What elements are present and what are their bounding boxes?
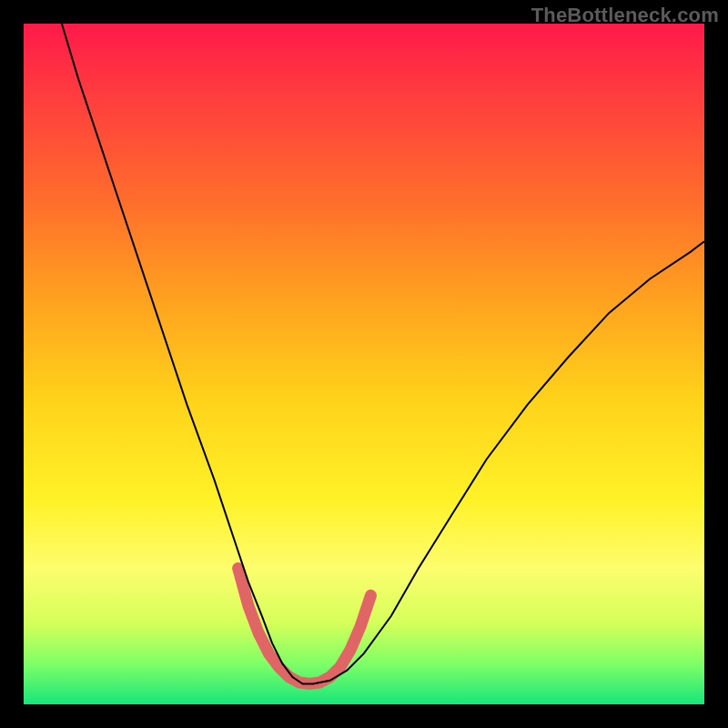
curve-svg (24, 24, 704, 704)
watermark-text: TheBottleneck.com (531, 4, 719, 27)
main-curve-path (57, 24, 704, 684)
chart-frame: TheBottleneck.com (0, 0, 728, 728)
plot-area (24, 24, 704, 704)
